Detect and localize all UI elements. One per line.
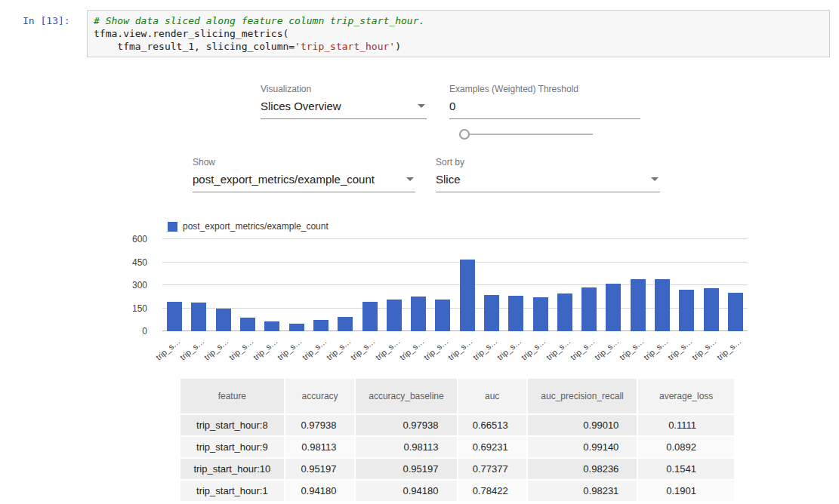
- bar-slot: [480, 239, 504, 331]
- sort-by-dropdown[interactable]: Sort by Slice: [436, 157, 660, 192]
- metric-cell: 0.95197: [356, 459, 456, 479]
- bar[interactable]: [191, 303, 206, 331]
- column-header: auc: [458, 379, 526, 413]
- bar[interactable]: [362, 302, 378, 331]
- bar[interactable]: [216, 309, 231, 331]
- visualization-dropdown[interactable]: Visualization Slices Overview: [261, 84, 427, 119]
- code-comment: # Show data sliced along feature column …: [94, 15, 424, 26]
- bar-slot: [382, 239, 406, 331]
- bar-slot: [211, 239, 236, 331]
- bar-slot: [650, 239, 674, 331]
- y-tick-label: 150: [132, 303, 147, 314]
- slider-knob[interactable]: [459, 129, 470, 140]
- show-dropdown[interactable]: Show post_export_metrics/example_count: [193, 157, 415, 192]
- threshold-field[interactable]: Examples (Weighted) Threshold 0: [449, 84, 640, 119]
- chevron-down-icon[interactable]: [651, 177, 659, 181]
- code-cell[interactable]: # Show data sliced along feature column …: [87, 10, 830, 57]
- cell-prompt: In [13]:: [23, 15, 70, 26]
- feature-cell: trip_start_hour:8: [180, 415, 284, 435]
- bar[interactable]: [728, 293, 743, 331]
- bar[interactable]: [581, 287, 597, 331]
- metrics-table: featureaccuracyaccuracy_baselineaucauc_p…: [179, 377, 736, 502]
- metric-cell: 0.98113: [356, 437, 456, 457]
- bar[interactable]: [704, 288, 719, 331]
- table-row: trip_start_hour:100.951970.951970.773770…: [180, 459, 734, 479]
- bar-slot: [284, 239, 308, 331]
- bar-slot: [236, 239, 260, 331]
- bar-slot: [309, 239, 333, 331]
- bar[interactable]: [289, 324, 304, 331]
- bar-slot: [553, 239, 577, 331]
- chevron-down-icon[interactable]: [418, 104, 425, 108]
- bar[interactable]: [338, 317, 353, 331]
- show-value[interactable]: post_export_metrics/example_count: [193, 173, 415, 192]
- bar-slot: [406, 239, 430, 331]
- metric-cell: 0.98236: [528, 459, 637, 479]
- metric-cell: 0.99140: [528, 437, 637, 457]
- code-string: 'trip_start_hour': [295, 41, 395, 52]
- bar[interactable]: [387, 300, 402, 331]
- bar-slot: [601, 239, 625, 331]
- metric-cell: 0.0892: [638, 437, 734, 457]
- bar[interactable]: [655, 279, 670, 331]
- metric-cell: 0.99010: [528, 415, 637, 435]
- metric-cell: 0.1111: [638, 415, 734, 435]
- metric-cell: 0.77377: [458, 459, 526, 479]
- bar[interactable]: [508, 296, 523, 331]
- bar-slot: [260, 239, 284, 331]
- bar[interactable]: [240, 318, 255, 331]
- feature-cell: trip_start_hour:9: [180, 437, 284, 457]
- sort-by-value[interactable]: Slice: [436, 173, 660, 192]
- bar-slot: [162, 239, 187, 331]
- bar[interactable]: [557, 293, 572, 331]
- bar-slot: [187, 239, 211, 331]
- bar[interactable]: [435, 300, 450, 331]
- show-label: Show: [193, 157, 415, 167]
- bar[interactable]: [411, 297, 426, 331]
- bar[interactable]: [484, 295, 499, 331]
- bar-slot: [455, 239, 480, 331]
- table-row: trip_start_hour:10.941800.941800.784220.…: [180, 481, 734, 501]
- visualization-value[interactable]: Slices Overview: [261, 100, 427, 119]
- metric-cell: 0.1901: [638, 481, 734, 501]
- column-header: feature: [180, 379, 284, 413]
- bar[interactable]: [679, 290, 694, 331]
- bar-slot: [577, 239, 601, 331]
- bar-slot: [674, 239, 699, 331]
- slider-track[interactable]: [459, 134, 593, 135]
- bar-slot: [528, 239, 552, 331]
- metric-cell: 0.78422: [458, 481, 526, 501]
- column-header: average_loss: [638, 379, 734, 413]
- threshold-slider[interactable]: [459, 129, 593, 140]
- bar-slot: [357, 239, 381, 331]
- y-tick-label: 0: [142, 326, 147, 337]
- table-row: trip_start_hour:90.981130.981130.692310.…: [180, 437, 734, 457]
- bar-slot: [699, 239, 723, 331]
- chevron-down-icon[interactable]: [406, 177, 414, 181]
- bar[interactable]: [313, 320, 329, 331]
- bar[interactable]: [606, 284, 621, 331]
- legend-label: post_export_metrics/example_count: [183, 221, 329, 232]
- bar-slot: [723, 239, 748, 331]
- bar[interactable]: [533, 297, 548, 331]
- metric-cell: 0.97938: [356, 415, 456, 435]
- y-tick-label: 300: [132, 280, 147, 290]
- metric-cell: 0.98231: [528, 481, 637, 501]
- metric-cell: 0.98113: [285, 437, 355, 457]
- bar[interactable]: [264, 321, 279, 331]
- threshold-input[interactable]: 0: [449, 100, 640, 119]
- column-header: accuracy: [285, 379, 355, 413]
- bar[interactable]: [167, 302, 182, 331]
- metric-cell: 0.94180: [356, 481, 456, 501]
- chart-legend: post_export_metrics/example_count: [168, 221, 329, 232]
- legend-swatch-icon: [168, 222, 177, 232]
- table-row: trip_start_hour:80.979380.979380.665130.…: [180, 415, 734, 435]
- bar[interactable]: [460, 260, 475, 331]
- metric-cell: 0.66513: [458, 415, 526, 435]
- bar[interactable]: [631, 279, 646, 331]
- bar-plot: [162, 239, 748, 331]
- bar-slot: [504, 239, 528, 331]
- bar-chart: [162, 239, 748, 331]
- sort-by-label: Sort by: [436, 157, 660, 167]
- y-axis-labels: 0150300450600: [113, 239, 155, 331]
